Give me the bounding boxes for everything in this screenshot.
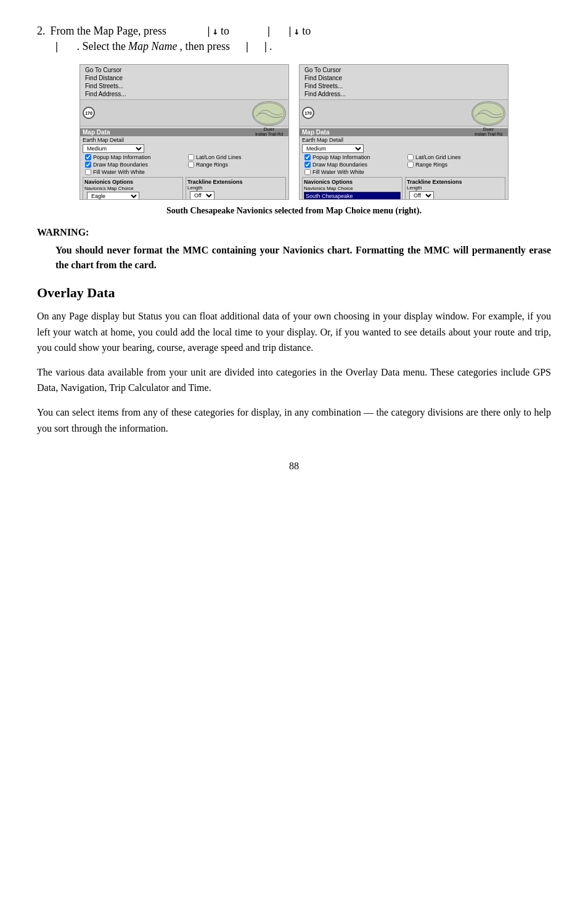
right-navionics-map-label: Navionics Map Choice [304,186,401,191]
left-col-right: Lat/Lon Grid Lines Range Rings [186,154,286,176]
left-navionics-title: Navionics Options [84,179,181,185]
left-earth-dropdown-row[interactable]: Medium [80,144,288,154]
warning-title: WARNING: [37,227,551,238]
arrow-down-1: ↓ [212,25,218,37]
right-earth-dropdown-row[interactable]: Medium [300,144,508,154]
right-popup-label: Popup Map Information [312,154,370,160]
menu-go-to-cursor-left: Go To Cursor [83,66,286,74]
right-range-label: Range Rings [415,162,447,168]
right-fill-label: Fill Water With White [312,169,364,175]
right-trackline-title: Trackline Extensions [407,179,504,185]
left-fill-check[interactable]: Fill Water With White [83,168,183,176]
left-draw-check[interactable]: Draw Map Boundaries [83,161,183,168]
left-map-thumb-area: Duer Indian Trail Rd [252,101,286,136]
left-draw-checkbox[interactable] [85,162,91,168]
menu-find-streets-right: Find Streets... [302,82,505,90]
left-latlon-check[interactable]: Lat/Lon Grid Lines [186,154,286,161]
left-navionics-map-label: Navionics Map Choice [84,186,181,191]
right-navionics-dropdown-container: South Chesapeake Eagle [304,192,401,200]
menu-find-distance-left: Find Distance [83,74,286,82]
left-earth-map-label: Earth Map Detail [80,136,288,144]
right-col-left: Popup Map Information Draw Map Boundarie… [302,154,402,176]
left-earth-dropdown[interactable]: Medium [83,144,144,153]
from-text: From the Map Page, press [51,25,166,38]
left-navionics-dropdown[interactable]: Eagle [87,192,139,200]
screenshot-caption: South Chesapeake Navionics selected from… [37,206,551,216]
right-navionics-box: Navionics Options Navionics Map Choice S… [302,177,402,200]
overlay-data-heading: Overlay Data [37,285,551,301]
left-road-label: Indian Trail Rd [252,132,286,136]
right-length-row[interactable]: Off [407,191,504,200]
left-range-check[interactable]: Range Rings [186,161,286,168]
right-draw-label: Draw Map Boundaries [312,162,367,168]
instruction-block: 2. From the Map Page, press | ↓ to | | ↓… [37,25,551,53]
right-map-svg [472,101,505,126]
right-latlon-check[interactable]: Lat/Lon Grid Lines [405,154,505,161]
left-latlon-checkbox[interactable] [188,154,194,160]
overlay-para1: On any Page display but Status you can f… [37,308,551,356]
right-trackline-box: Trackline Extensions Length Off Show Dis… [405,177,505,200]
left-fill-label: Fill Water With White [93,169,145,175]
left-two-col: Popup Map Information Draw Map Boundarie… [80,154,288,176]
right-speed-circle: 170 [302,107,314,119]
pipe-line2-2: | [246,40,248,53]
left-popup-checkbox[interactable] [85,154,91,160]
right-map-circle [472,101,505,126]
left-popup-check[interactable]: Popup Map Information [83,154,183,161]
screenshot-left: Go To Cursor Find Distance Find Streets.… [80,64,289,200]
left-speed-circle: 170 [83,107,95,119]
left-map-svg [253,101,285,126]
instruction-line1: 2. From the Map Page, press | ↓ to | | ↓… [37,25,551,38]
left-length-dropdown[interactable]: Off [190,191,214,200]
svg-point-5 [473,103,504,125]
left-trackline-title: Trackline Extensions [187,179,284,185]
right-navionics-title: Navionics Options [304,179,401,185]
screenshot-right: Go To Cursor Find Distance Find Streets.… [299,64,508,200]
right-earth-dropdown[interactable]: Medium [302,144,364,153]
right-earth-map-label: Earth Map Detail [300,136,508,144]
right-col-right: Lat/Lon Grid Lines Range Rings [405,154,505,176]
left-map-area: Duer Indian Trail Rd 170 [80,99,288,126]
left-fill-checkbox[interactable] [85,169,91,175]
right-fill-checkbox[interactable] [304,169,311,175]
left-navionics-col: Navionics Options Navionics Map Choice E… [83,176,183,200]
menu-find-distance-right: Find Distance [302,74,505,82]
right-road-label: Indian Trail Rd [472,132,505,136]
right-navionics-selected-value[interactable]: South Chesapeake [304,192,401,200]
select-text: . Select the [76,40,125,53]
right-range-check[interactable]: Range Rings [405,161,505,168]
page-content: 2. From the Map Page, press | ↓ to | | ↓… [37,25,551,472]
right-fill-check[interactable]: Fill Water With White [302,168,402,176]
pipe-symbol1: | [207,25,210,38]
right-two-col: Popup Map Information Draw Map Boundarie… [300,154,508,176]
menu-find-address-left: Find Address... [83,90,286,98]
right-range-checkbox[interactable] [407,162,414,168]
left-draw-label: Draw Map Boundaries [93,162,148,168]
menu-find-streets-left: Find Streets... [83,82,286,90]
right-content: Go To Cursor Find Distance Find Streets.… [300,65,508,200]
left-navionics-dropdown-row[interactable]: Eagle [84,191,181,200]
then-press-text: , then press [179,40,229,53]
left-col-left: Popup Map Information Draw Map Boundarie… [83,154,183,176]
to-text2: to [302,25,311,38]
right-map-area: Duer Indian Trail Rd 170 [300,99,508,126]
step-number: 2. [37,25,46,38]
overlay-para3: You can select items from any of these c… [37,405,551,436]
right-draw-check[interactable]: Draw Map Boundaries [302,161,402,168]
right-popup-check[interactable]: Popup Map Information [302,154,402,161]
instruction-line2: | . Select the Map Name , then press | |… [55,40,551,53]
left-trackline-box: Trackline Extensions Length Off Show Dis… [186,177,286,200]
left-range-checkbox[interactable] [188,162,194,168]
left-duer-label: Duer [252,126,286,132]
warning-body: You should never format the MMC containi… [55,243,551,273]
arrow-down-2: ↓ [294,25,300,37]
to-text1: to [221,25,229,38]
right-latlon-checkbox[interactable] [407,154,414,160]
right-popup-checkbox[interactable] [304,154,311,160]
right-map-thumb-area: Duer Indian Trail Rd [472,101,505,136]
left-length-row[interactable]: Off [187,191,284,200]
right-draw-checkbox[interactable] [304,162,311,168]
left-nav-trackline: Navionics Options Navionics Map Choice E… [80,176,288,200]
right-length-dropdown[interactable]: Off [409,191,434,200]
left-trackline-col: Trackline Extensions Length Off Show Dis… [186,176,286,200]
